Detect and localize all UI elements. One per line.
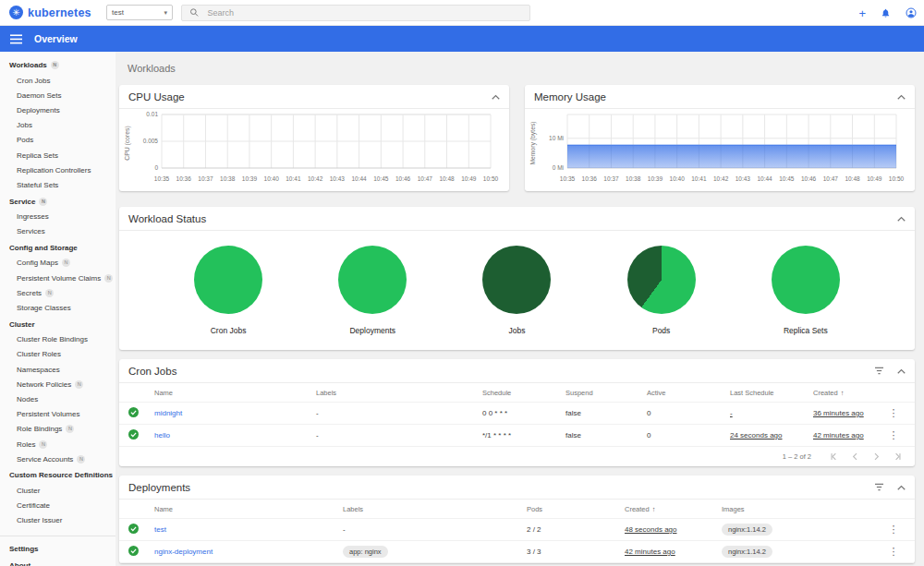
row-menu-button[interactable]: ⋮ xyxy=(881,524,906,535)
column-header-labels[interactable]: Labels xyxy=(343,505,527,513)
column-header-labels[interactable]: Labels xyxy=(316,389,482,397)
sidebar-item-replication-controllers[interactable]: Replication Controllers xyxy=(0,163,116,177)
sidebar-item-cluster[interactable]: Cluster xyxy=(0,483,116,498)
sidebar-item-label: Cron Jobs xyxy=(17,77,50,85)
collapse-icon[interactable] xyxy=(897,216,906,222)
labels-cell: app: nginx xyxy=(343,546,527,558)
sidebar-item-config-maps[interactable]: Config MapsN xyxy=(0,256,116,271)
notifications-button[interactable] xyxy=(881,7,891,18)
cronjob-name-link[interactable]: hello xyxy=(154,431,316,440)
sidebar-item-cluster-role-bindings[interactable]: Cluster Role Bindings xyxy=(0,332,116,347)
sidebar-item-nodes[interactable]: Nodes xyxy=(0,391,116,406)
collapse-icon[interactable] xyxy=(897,485,906,490)
sidebar-item-secrets[interactable]: SecretsN xyxy=(0,285,116,300)
column-header-suspend[interactable]: Suspend xyxy=(565,389,647,397)
workload-status-card: Workload Status Cron JobsDeploymentsJobs… xyxy=(119,207,915,350)
sidebar-item-label: Cluster Role Bindings xyxy=(17,335,88,343)
sidebar-item-about[interactable]: About xyxy=(0,557,116,566)
sidebar-group-header[interactable]: Config and Storage xyxy=(0,239,116,256)
sidebar-item-label: Ingresses xyxy=(17,212,49,221)
last-page-button[interactable] xyxy=(894,452,902,461)
row-menu-button[interactable]: ⋮ xyxy=(881,430,906,440)
table-row: nginx-deploymentapp: nginx3 / 342 minute… xyxy=(119,541,915,563)
sidebar-group-label: Config and Storage xyxy=(9,244,78,252)
collapse-icon[interactable] xyxy=(492,94,500,100)
sidebar-item-role-bindings[interactable]: Role BindingsN xyxy=(0,422,116,437)
svg-text:10:37: 10:37 xyxy=(603,175,619,182)
sidebar-item-service-accounts[interactable]: Service AccountsN xyxy=(0,452,116,466)
sidebar-item-ingresses[interactable]: Ingresses xyxy=(0,210,116,224)
sidebar-item-label: Network Policies xyxy=(17,380,71,389)
sidebar-item-cron-jobs[interactable]: Cron Jobs xyxy=(0,73,116,88)
sidebar-item-stateful-sets[interactable]: Stateful Sets xyxy=(0,177,116,192)
sidebar-group-header[interactable]: Custom Resource Definitions xyxy=(0,466,116,483)
sidebar-item-storage-classes[interactable]: Storage Classes xyxy=(0,300,116,315)
sidebar-item-label: Stateful Sets xyxy=(17,181,58,189)
sidebar-item-network-policies[interactable]: Network PoliciesN xyxy=(0,377,116,391)
kubernetes-logo[interactable]: ✳ kubernetes xyxy=(0,6,106,19)
previous-page-button[interactable] xyxy=(851,452,859,461)
collapse-icon[interactable] xyxy=(897,94,906,100)
column-header-pods[interactable]: Pods xyxy=(527,505,625,513)
column-header-created[interactable]: Created↑ xyxy=(625,505,722,513)
namespaced-badge: N xyxy=(45,289,54,297)
status-cell xyxy=(128,524,154,536)
sidebar-item-jobs[interactable]: Jobs xyxy=(0,118,116,133)
sidebar-item-settings[interactable]: Settings xyxy=(0,540,116,557)
sidebar-group-header[interactable]: WorkloadsN xyxy=(0,56,116,73)
images-cell: nginx:1.14.2 xyxy=(722,524,881,536)
svg-text:10:42: 10:42 xyxy=(308,175,323,182)
sidebar-item-deployments[interactable]: Deployments xyxy=(0,102,116,117)
account-button[interactable] xyxy=(906,7,917,18)
svg-text:10:38: 10:38 xyxy=(626,175,641,182)
next-page-button[interactable] xyxy=(872,452,881,461)
column-header-images[interactable]: Images xyxy=(722,505,881,513)
filter-icon[interactable] xyxy=(874,367,884,375)
search-icon xyxy=(189,7,199,18)
sidebar-item-pods[interactable]: Pods xyxy=(0,133,116,148)
row-menu-button[interactable]: ⋮ xyxy=(881,547,906,557)
pie-chart-label: Deployments xyxy=(349,326,395,335)
sidebar-item-label: About xyxy=(9,561,30,566)
row-menu-button[interactable]: ⋮ xyxy=(881,408,906,418)
column-header-created[interactable]: Created↑ xyxy=(813,389,881,397)
collapse-icon[interactable] xyxy=(897,368,906,374)
sidebar-item-certificate[interactable]: Certificate xyxy=(0,499,116,513)
filter-icon[interactable] xyxy=(874,483,884,491)
column-header-active[interactable]: Active xyxy=(647,389,730,397)
pods-cell: 2 / 2 xyxy=(527,525,625,534)
sidebar-item-namespaces[interactable]: Namespaces xyxy=(0,362,116,377)
add-resource-button[interactable]: + xyxy=(858,7,866,19)
created-cell: 42 minutes ago xyxy=(625,548,722,556)
column-header-name[interactable]: Name xyxy=(154,505,343,513)
column-header-schedule[interactable]: Schedule xyxy=(482,389,565,397)
sidebar-item-label: Storage Classes xyxy=(17,304,71,312)
deployment-name-link[interactable]: test xyxy=(154,525,343,534)
schedule-cell: 0 0 * * * xyxy=(482,409,565,417)
first-page-button[interactable] xyxy=(830,452,838,461)
deployment-name-link[interactable]: nginx-deployment xyxy=(154,548,343,556)
sidebar-group-header[interactable]: ServiceN xyxy=(0,193,116,210)
search-input[interactable] xyxy=(207,8,522,18)
pie-chart-jobs xyxy=(482,246,551,314)
sidebar-item-daemon-sets[interactable]: Daemon Sets xyxy=(0,88,116,102)
sidebar-item-persistent-volume-claims[interactable]: Persistent Volume ClaimsN xyxy=(0,271,116,285)
column-header-name[interactable]: Name xyxy=(154,389,316,397)
status-cell xyxy=(128,546,154,558)
sort-ascending-icon: ↑ xyxy=(841,389,845,397)
column-header-last-schedule[interactable]: Last Schedule xyxy=(730,389,813,397)
sidebar-item-replica-sets[interactable]: Replica Sets xyxy=(0,148,116,163)
labels-cell: - xyxy=(343,525,527,534)
sidebar-item-roles[interactable]: RolesN xyxy=(0,437,116,452)
sidebar-item-persistent-volumes[interactable]: Persistent Volumes xyxy=(0,407,116,422)
cronjob-name-link[interactable]: midnight xyxy=(154,409,316,417)
sidebar-item-cluster-roles[interactable]: Cluster Roles xyxy=(0,347,116,362)
sidebar-item-cluster-issuer[interactable]: Cluster Issuer xyxy=(0,513,116,528)
sidebar-group-header[interactable]: Cluster xyxy=(0,316,116,332)
sidebar-item-services[interactable]: Services xyxy=(0,224,116,239)
menu-icon[interactable] xyxy=(10,34,22,44)
namespace-selector[interactable]: test ▾ xyxy=(106,5,173,20)
table-header-row: NameLabelsScheduleSuspendActiveLast Sche… xyxy=(119,383,915,403)
svg-text:10:49: 10:49 xyxy=(461,175,477,182)
search-bar[interactable] xyxy=(181,5,530,21)
